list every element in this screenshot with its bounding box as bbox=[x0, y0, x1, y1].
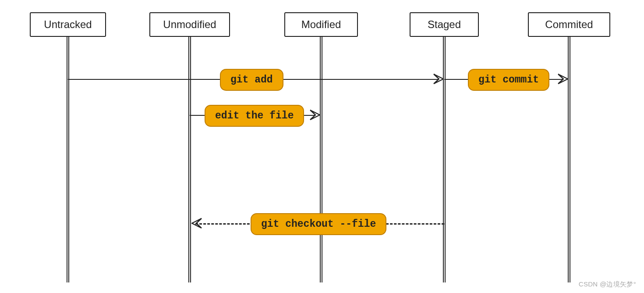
cmd-text: git commit bbox=[478, 74, 539, 86]
lane-label: Modified bbox=[301, 18, 341, 31]
lane-label: Untracked bbox=[44, 18, 92, 31]
arrowhead-add bbox=[433, 73, 444, 85]
cmd-label-checkout: git checkout --file bbox=[251, 213, 386, 235]
arrowhead-commit bbox=[557, 73, 569, 85]
lane-box-unmodified: Unmodified bbox=[149, 12, 230, 37]
lane-box-modified: Modified bbox=[284, 12, 358, 37]
lifeline-untracked bbox=[67, 37, 69, 282]
watermark: CSDN @边境矢梦° bbox=[579, 280, 636, 289]
arrowhead-checkout bbox=[191, 218, 202, 229]
cmd-text: git add bbox=[230, 74, 273, 86]
lifeline-modified bbox=[320, 37, 322, 282]
watermark-text: CSDN @边境矢梦° bbox=[579, 280, 636, 288]
diagram-stage: Untracked Unmodified Modified Staged Com… bbox=[0, 0, 644, 293]
cmd-text: git checkout --file bbox=[261, 218, 376, 230]
lane-box-untracked: Untracked bbox=[30, 12, 106, 37]
arrowhead-edit bbox=[309, 109, 321, 121]
lane-label: Staged bbox=[428, 18, 461, 31]
cmd-label-add: git add bbox=[220, 69, 283, 91]
cmd-label-edit: edit the file bbox=[205, 105, 304, 127]
lane-box-staged: Staged bbox=[410, 12, 479, 37]
lifeline-unmodified bbox=[188, 37, 191, 282]
lane-label: Commited bbox=[545, 18, 593, 31]
lane-box-commited: Commited bbox=[528, 12, 610, 37]
lane-label: Unmodified bbox=[163, 18, 216, 31]
cmd-text: edit the file bbox=[215, 110, 294, 121]
cmd-label-commit: git commit bbox=[468, 69, 549, 91]
